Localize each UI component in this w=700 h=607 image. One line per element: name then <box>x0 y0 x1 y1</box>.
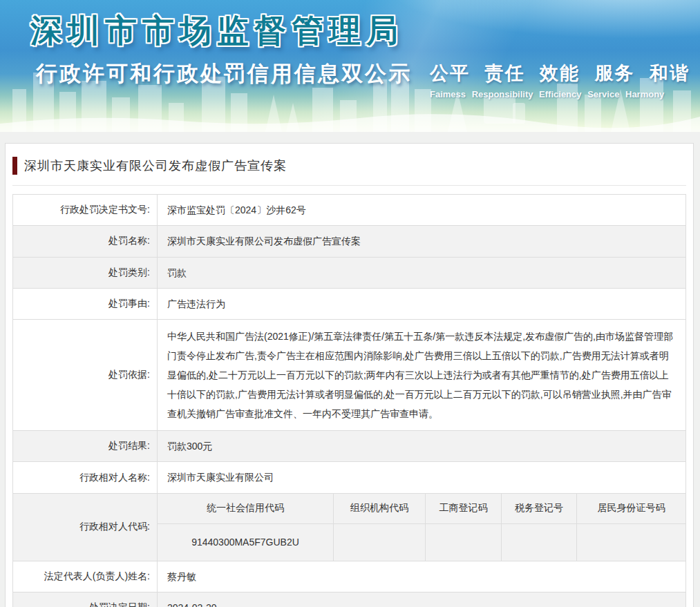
page-title: 深圳市天康实业有限公司发布虚假广告宣传案 <box>24 157 287 174</box>
row-label-text: 法定代表人(负责人)姓名: <box>44 570 150 583</box>
row-label-text: 行政处罚决定书文号: <box>60 204 150 216</box>
code-column-header: 工商登记码 <box>426 494 502 523</box>
table-row: 处罚类别: 罚款 <box>13 258 685 289</box>
row-label-text: 行政相对人代码: <box>79 521 150 533</box>
table-row: 处罚决定日期: 2024-02-20 <box>13 592 685 607</box>
code-value <box>502 524 577 561</box>
table-row: 行政相对人名称: 深圳市天康实业有限公司 <box>13 462 685 493</box>
code-value <box>577 524 685 561</box>
banner-slogan: 公平 责任 效能 服务 和谐 Faimess Responsibility Ef… <box>430 61 690 99</box>
row-label: 处罚事由: <box>13 289 158 319</box>
row-label-text: 处罚类别: <box>108 267 150 279</box>
code-value: 91440300MA5F7GUB2U <box>158 524 334 561</box>
row-value: 深市监宝处罚〔2024〕沙井62号 <box>158 195 685 225</box>
title-accent-bar <box>12 157 17 175</box>
code-value <box>426 524 502 561</box>
code-column-header: 居民身份证号码 <box>577 494 685 523</box>
table-row-party-code: 行政相对人代码: 统一社会信用代码组织机构代码工商登记码税务登记号居民身份证号码… <box>13 494 685 561</box>
banner-subtitle: 行政许可和行政处罚信用信息双公示 <box>36 59 412 88</box>
table-row: 法定代表人(负责人)姓名: 蔡丹敏 <box>13 561 685 592</box>
row-label-text: 处罚结果: <box>108 440 150 452</box>
table-row: 行政处罚决定书文号: 深市监宝处罚〔2024〕沙井62号 <box>13 195 685 226</box>
slogan-english: Faimess Responsibility Efficiency Servic… <box>430 89 690 99</box>
row-label-text: 处罚名称: <box>108 235 150 247</box>
row-label: 行政处罚决定书文号: <box>13 195 158 225</box>
code-column-header: 税务登记号 <box>502 494 577 523</box>
table-row: 处罚依据: 中华人民共和国广告法(2021修正)/第五章法律责任/第五十五条/第… <box>13 320 685 431</box>
row-label: 处罚决定日期: <box>13 592 158 607</box>
agency-title: 深圳市市场监督管理局 <box>30 10 404 52</box>
party-code-header-row: 统一社会信用代码组织机构代码工商登记码税务登记号居民身份证号码 <box>158 494 685 524</box>
row-value: 罚款300元 <box>158 431 685 461</box>
row-label: 处罚名称: <box>13 226 158 256</box>
row-value: 2024-02-20 <box>158 592 685 607</box>
row-label-text: 处罚决定日期: <box>89 601 150 607</box>
row-label: 行政相对人代码: <box>13 494 158 561</box>
site-banner: 深圳市市场监督管理局 行政许可和行政处罚信用信息双公示 公平 责任 效能 服务 … <box>0 0 700 132</box>
row-value: 深圳市天康实业有限公司 <box>158 462 685 492</box>
penalty-table: 行政处罚决定书文号: 深市监宝处罚〔2024〕沙井62号 处罚名称: 深圳市天康… <box>12 194 686 607</box>
row-value: 蔡丹敏 <box>158 561 685 592</box>
row-label-text: 处罚依据: <box>108 369 150 381</box>
code-column-header: 统一社会信用代码 <box>158 494 334 523</box>
title-separator <box>12 185 686 186</box>
row-value: 中华人民共和国广告法(2021修正)/第五章法律责任/第五十五条/第一款违反本法… <box>158 320 685 430</box>
row-label-text: 处罚事由: <box>108 298 150 310</box>
table-row: 处罚名称: 深圳市天康实业有限公司发布虚假广告宣传案 <box>13 226 685 257</box>
party-code-subtable: 统一社会信用代码组织机构代码工商登记码税务登记号居民身份证号码 91440300… <box>158 494 685 561</box>
code-column-header: 组织机构代码 <box>334 494 426 523</box>
row-label: 处罚结果: <box>13 431 158 461</box>
row-value: 深圳市天康实业有限公司发布虚假广告宣传案 <box>158 226 685 256</box>
row-label-text: 行政相对人名称: <box>79 472 150 484</box>
row-label: 处罚依据: <box>13 320 158 430</box>
row-label: 行政相对人名称: <box>13 462 158 492</box>
slogan-chinese: 公平 责任 效能 服务 和谐 <box>430 61 690 86</box>
row-label: 处罚类别: <box>13 258 158 288</box>
content-panel: 深圳市天康实业有限公司发布虚假广告宣传案 行政处罚决定书文号: 深市监宝处罚〔2… <box>5 143 694 607</box>
row-value: 广告违法行为 <box>158 289 685 319</box>
row-label: 法定代表人(负责人)姓名: <box>13 561 158 592</box>
table-row: 处罚结果: 罚款300元 <box>13 431 685 462</box>
table-row: 处罚事由: 广告违法行为 <box>13 289 685 320</box>
row-value: 罚款 <box>158 258 685 288</box>
case-title-block: 深圳市天康实业有限公司发布虚假广告宣传案 <box>6 144 693 185</box>
party-code-value-row: 91440300MA5F7GUB2U <box>158 524 685 561</box>
code-value <box>334 524 426 561</box>
